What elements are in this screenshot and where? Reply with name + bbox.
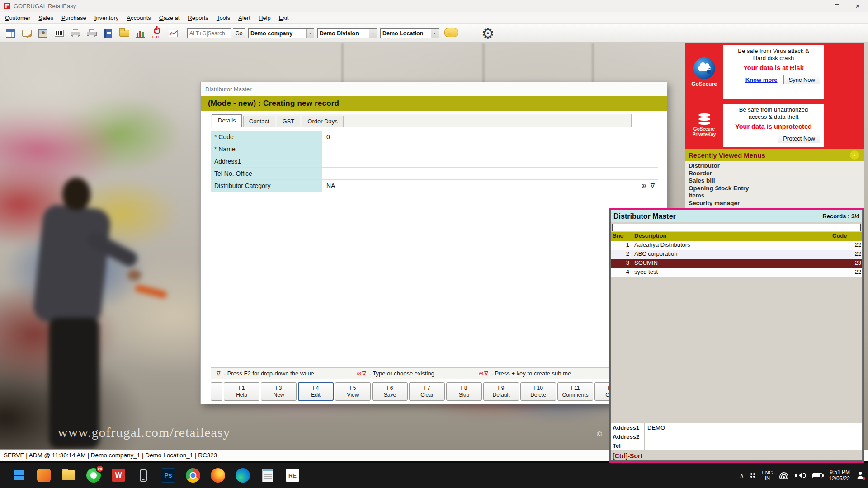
whatsapp-badge: 28 <box>96 465 104 473</box>
menu-customer[interactable]: Customer <box>1 13 34 23</box>
customer-photo-icon[interactable] <box>36 26 50 41</box>
menu-alert[interactable]: Alert <box>234 13 255 23</box>
tab-contact[interactable]: Contact <box>243 116 275 127</box>
payment-card-icon[interactable] <box>20 26 33 41</box>
menu-exit[interactable]: Exit <box>275 13 293 23</box>
battery-icon[interactable] <box>812 473 822 478</box>
table-row[interactable]: 1 Aaleahya Distributors 22 <box>611 241 862 250</box>
start-button[interactable] <box>10 465 28 485</box>
f6-save-button[interactable]: F6Save <box>372 382 408 401</box>
window-controls: × <box>806 0 868 12</box>
taskbar-clock[interactable]: 9:51 PM 12/05/22 <box>829 469 850 482</box>
maximize-button[interactable] <box>826 0 847 12</box>
recent-item-security-manager[interactable]: Security manager <box>689 200 864 207</box>
tray-app-icon[interactable] <box>750 473 755 478</box>
recent-item-opening-stock[interactable]: Opening Stock Entry <box>689 185 864 192</box>
protect-now-button[interactable]: Protect Now <box>778 134 820 143</box>
minimize-button[interactable] <box>806 0 826 12</box>
f8-skip-button[interactable]: F8Skip <box>446 382 482 401</box>
f4-edit-button[interactable]: F4Edit <box>298 382 334 401</box>
distributor-category-field[interactable]: NA ⊕ ∇ <box>323 180 658 192</box>
dropdown-arrow-icon[interactable]: ▼ <box>431 29 439 38</box>
menu-gaze-at[interactable]: Gaze at <box>155 13 184 23</box>
table-row[interactable]: 2 ABC corporation 22 <box>611 250 862 259</box>
bar-chart-icon[interactable] <box>134 26 147 41</box>
taskbar-app-file-explorer[interactable] <box>60 465 78 485</box>
location-dropdown[interactable]: Demo Location ▼ <box>380 28 439 38</box>
column-code[interactable]: Code <box>830 232 862 241</box>
add-subcategory-icon[interactable]: ⊕ <box>641 182 646 189</box>
recent-item-reorder[interactable]: Reorder <box>689 170 864 178</box>
barcode-icon[interactable] <box>52 26 66 41</box>
tab-gst[interactable]: GST <box>277 116 301 127</box>
recent-item-sales-bill[interactable]: Sales bill <box>689 177 864 185</box>
menu-help[interactable]: Help <box>255 13 275 23</box>
taskbar-app-notepad[interactable] <box>259 465 277 485</box>
code-field[interactable]: 0 <box>323 131 658 143</box>
exit-power-icon[interactable]: EXIT <box>150 26 164 41</box>
taskbar-app-photoshop[interactable]: Ps <box>159 465 177 485</box>
division-dropdown[interactable]: Demo Division ▼ <box>317 28 377 38</box>
billing-grid-icon[interactable] <box>4 26 17 41</box>
language-indicator[interactable]: ENGIN <box>762 470 773 481</box>
f9-default-button[interactable]: F9Default <box>483 382 519 401</box>
office-icon <box>37 469 51 482</box>
company-dropdown[interactable]: Demo company_ ▼ <box>248 28 314 38</box>
picker-search-input[interactable] <box>612 224 861 231</box>
taskbar-app-office[interactable] <box>35 465 53 485</box>
menu-sales[interactable]: Sales <box>34 13 57 23</box>
table-row[interactable]: 4 syed test 22 <box>611 268 862 277</box>
menu-accounts[interactable]: Accounts <box>123 13 155 23</box>
close-button[interactable]: × <box>847 0 868 12</box>
notification-user-icon[interactable] <box>856 471 864 479</box>
f7-clear-button[interactable]: F7Clear <box>409 382 445 401</box>
search-input[interactable] <box>187 28 231 38</box>
dropdown-triangle-icon[interactable]: ∇ <box>651 182 655 189</box>
f5-view-button[interactable]: F5View <box>335 382 371 401</box>
address1-field[interactable] <box>323 155 658 167</box>
f1-help-button[interactable]: F1Help <box>224 382 259 401</box>
table-row-selected[interactable]: 3 SOUMIN 23 <box>611 259 862 268</box>
tel-office-field[interactable] <box>323 168 658 179</box>
menu-purchase[interactable]: Purchase <box>57 13 90 23</box>
taskbar-app-wps-writer[interactable]: W <box>109 465 127 485</box>
volume-icon[interactable] <box>795 473 806 478</box>
line-chart-icon[interactable] <box>166 26 180 41</box>
f11-comments-button[interactable]: F11Comments <box>557 382 593 401</box>
ledger-book-icon[interactable] <box>101 26 115 41</box>
wifi-icon[interactable] <box>779 472 789 479</box>
taskbar-app-chrome[interactable] <box>184 465 202 485</box>
printer-icon[interactable] <box>69 26 82 41</box>
collapse-chevron-icon[interactable]: ▲ <box>850 150 859 160</box>
taskbar-app-whatsapp[interactable]: 28 <box>85 465 103 485</box>
fax-printer-icon[interactable] <box>85 26 99 41</box>
gear-icon[interactable]: ⚙ <box>481 26 495 41</box>
taskbar-app-edge[interactable] <box>234 465 252 485</box>
f10-delete-button[interactable]: F10Delete <box>520 382 556 401</box>
menu-reports[interactable]: Reports <box>184 13 212 23</box>
distributor-category-value: NA <box>326 182 335 189</box>
sync-now-button[interactable]: Sync Now <box>783 75 820 84</box>
taskbar-app-retaileasy[interactable]: RE <box>283 465 302 485</box>
know-more-link[interactable]: Know more <box>745 76 778 83</box>
chat-bubble-icon[interactable] <box>444 28 458 39</box>
tray-expand-chevron[interactable]: ∧ <box>740 472 744 479</box>
dialog-title: Distributor Master <box>201 82 667 96</box>
column-sno[interactable]: Sno <box>611 232 632 241</box>
dropdown-arrow-icon[interactable]: ▼ <box>369 29 377 38</box>
tab-details[interactable]: Details <box>212 114 242 127</box>
recent-item-distributor[interactable]: Distributor <box>689 162 864 170</box>
dropdown-arrow-icon[interactable]: ▼ <box>306 29 314 38</box>
taskbar-app-your-phone[interactable] <box>134 465 152 485</box>
taskbar-app-firefox[interactable] <box>209 465 227 485</box>
recent-item-items[interactable]: Items <box>689 192 864 200</box>
menu-tools[interactable]: Tools <box>212 13 234 23</box>
column-description[interactable]: Description <box>632 232 830 241</box>
folder-icon[interactable] <box>118 26 131 41</box>
blank-key-button[interactable] <box>211 382 222 401</box>
name-field[interactable] <box>323 143 658 155</box>
menu-inventory[interactable]: Inventory <box>90 13 123 23</box>
f3-new-button[interactable]: F3New <box>261 382 297 401</box>
go-button[interactable]: Go <box>233 28 245 38</box>
tab-order-days[interactable]: Order Days <box>302 116 343 127</box>
